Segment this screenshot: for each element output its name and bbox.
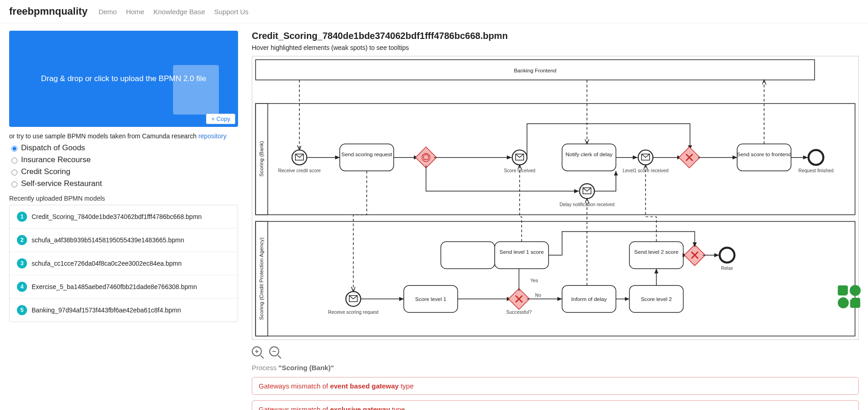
recent-file: schufa_a4f38b939b51458195055439e1483665.… xyxy=(32,236,184,244)
help-widget-icon[interactable] xyxy=(837,284,862,309)
sample-radio-group: Dispatch of Goods Insurance Recourse Cre… xyxy=(9,143,238,188)
minus-icon: − xyxy=(272,348,277,355)
repository-link[interactable]: repository xyxy=(198,132,226,140)
upload-dropzone[interactable]: Drag & drop or click to upload the BPMN … xyxy=(9,31,238,127)
svg-text:Yes: Yes xyxy=(531,278,538,283)
sample-label: Self-service Restaurant xyxy=(21,179,102,188)
nav-support[interactable]: Support Us xyxy=(214,8,249,16)
radio-restaurant[interactable] xyxy=(11,181,17,187)
svg-rect-27 xyxy=(255,221,855,336)
bpmn-diagram[interactable]: Banking Frontend Scoring (Bank) Receive … xyxy=(252,56,859,340)
num-badge: 5 xyxy=(17,305,27,315)
recent-file: Exercise_5_ba1485aebed7460fbb21dade8e766… xyxy=(32,283,197,290)
svg-rect-23 xyxy=(737,144,791,171)
sample-insurance[interactable]: Insurance Recourse xyxy=(9,155,238,164)
recent-file: Credit_Scoring_7840de1bde374062bdf1fff47… xyxy=(32,213,202,220)
num-badge: 1 xyxy=(17,212,27,222)
num-badge: 2 xyxy=(17,235,27,245)
svg-text:Send level 1 score: Send level 1 score xyxy=(499,249,544,255)
nav-home[interactable]: Home xyxy=(126,8,144,16)
recent-item[interactable]: 5Banking_97d94af1573f443fbf6ae42eba61c8f… xyxy=(10,299,238,322)
svg-rect-49 xyxy=(838,285,848,295)
error-event-gateway: Gateways mismatch of event based gateway… xyxy=(252,377,859,395)
recent-item[interactable]: 3schufa_cc1cce726da04f8ca0c2ee3002ec84ea… xyxy=(10,252,238,275)
svg-text:Send scoring request: Send scoring request xyxy=(342,151,393,157)
nav-demo[interactable]: Demo xyxy=(98,8,117,16)
sample-prefix: or try to use sample BPMN models taken f… xyxy=(9,132,198,140)
svg-text:Receive scoring request: Receive scoring request xyxy=(328,310,379,315)
nav-kb[interactable]: Knowledge Base xyxy=(153,8,205,16)
svg-text:No: No xyxy=(535,293,541,298)
svg-text:Inform of delay: Inform of delay xyxy=(571,296,607,302)
recent-list[interactable]: 1Credit_Scoring_7840de1bde374062bdf1fff4… xyxy=(9,205,238,322)
recent-item[interactable]: 2schufa_a4f38b939b51458195055439e1483665… xyxy=(10,229,238,252)
recent-file: schufa_cc1cce726da04f8ca0c2ee3002ec84ea.… xyxy=(32,260,182,267)
zoom-out-button[interactable]: − xyxy=(269,346,279,356)
svg-point-50 xyxy=(850,285,861,296)
svg-rect-51 xyxy=(850,298,860,308)
recent-item[interactable]: 4Exercise_5_ba1485aebed7460fbb21dade8e76… xyxy=(10,275,238,299)
svg-rect-39 xyxy=(495,242,549,269)
recent-item[interactable]: 1Credit_Scoring_7840de1bde374062bdf1fff4… xyxy=(10,205,238,229)
svg-text:Banking Frontend: Banking Frontend xyxy=(514,67,556,73)
svg-rect-18 xyxy=(562,144,616,171)
copy-button[interactable]: + Copy xyxy=(206,114,235,124)
num-badge: 3 xyxy=(17,258,27,268)
sample-restaurant[interactable]: Self-service Restaurant xyxy=(9,179,238,188)
svg-text:Send level 2 score: Send level 2 score xyxy=(634,249,678,255)
svg-rect-45 xyxy=(629,242,684,269)
radio-credit[interactable] xyxy=(11,169,17,175)
recent-title: Recently uploaded BPMN models xyxy=(9,195,238,202)
num-badge: 4 xyxy=(17,282,27,292)
svg-text:Request finished: Request finished xyxy=(798,168,834,173)
radio-insurance[interactable] xyxy=(11,158,17,164)
svg-text:Score level 1: Score level 1 xyxy=(415,296,446,302)
sample-hint: or try to use sample BPMN models taken f… xyxy=(9,132,238,140)
svg-text:Scoring (Credit Protection Age: Scoring (Credit Protection Agency) xyxy=(258,237,264,320)
brand[interactable]: freebpmnquality xyxy=(9,5,87,17)
svg-rect-38 xyxy=(441,242,495,269)
svg-text:Score level 2: Score level 2 xyxy=(641,296,672,302)
svg-rect-8 xyxy=(340,144,394,171)
error-exclusive-gateway: Gateways mismatch of exclusive gateway t… xyxy=(252,400,859,410)
svg-text:Send score to frontend: Send score to frontend xyxy=(737,151,792,157)
svg-text:Receive credit score: Receive credit score xyxy=(278,168,320,173)
navbar: freebpmnquality Demo Home Knowledge Base… xyxy=(0,0,868,23)
svg-point-25 xyxy=(808,150,823,164)
svg-text:Notify clerk of delay: Notify clerk of delay xyxy=(565,151,613,157)
file-subtitle: Hover highlighted elements (weak spots) … xyxy=(252,44,859,51)
recent-file: Banking_97d94af1573f443fbf6ae42eba61c8f4… xyxy=(32,306,181,314)
zoom-in-button[interactable]: + xyxy=(252,346,262,356)
svg-point-47 xyxy=(720,248,734,262)
sample-dispatch[interactable]: Dispatch of Goods xyxy=(9,143,238,153)
plus-icon: + xyxy=(255,348,259,355)
svg-text:Successful?: Successful? xyxy=(506,310,532,315)
svg-text:Relax: Relax xyxy=(721,266,733,271)
sample-label: Insurance Recourse xyxy=(21,155,91,164)
process-1-label: Process "Scoring (Bank)" xyxy=(252,364,859,372)
svg-point-52 xyxy=(846,294,852,300)
sample-label: Credit Scoring xyxy=(21,167,71,176)
sample-label: Dispatch of Goods xyxy=(21,143,85,153)
drop-ghost-icon xyxy=(173,65,219,115)
radio-dispatch[interactable] xyxy=(11,146,17,152)
file-title: Credit_Scoring_7840de1bde374062bdf1fff47… xyxy=(252,31,859,41)
svg-text:Scoring (Bank): Scoring (Bank) xyxy=(258,141,264,177)
sample-credit[interactable]: Credit Scoring xyxy=(9,167,238,176)
